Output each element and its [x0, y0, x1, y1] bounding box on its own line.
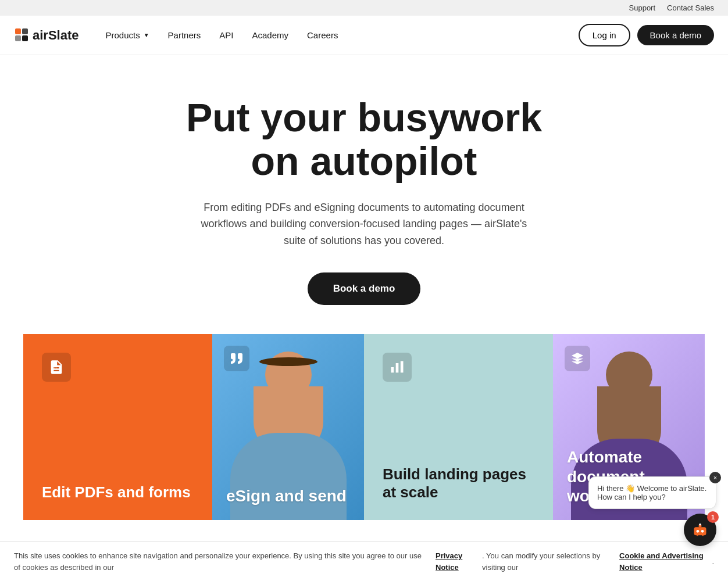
svg-rect-4: [391, 367, 394, 372]
svg-marker-7: [572, 353, 583, 358]
nav-careers[interactable]: Careers: [299, 26, 346, 45]
card-edit-pdfs-title: Edit PDFs and forms: [42, 483, 194, 501]
hero-title: Put your busywork on autopilot: [97, 96, 631, 183]
esign-text: eSign and send: [226, 486, 347, 506]
nav-products[interactable]: Products ▼: [98, 26, 158, 45]
chat-widget: Hi there 👋 Welcome to airSlate. How can …: [588, 476, 716, 520]
layers-icon: [565, 346, 590, 371]
svg-rect-2: [15, 35, 21, 41]
esign-photo: eSign and send: [212, 334, 364, 520]
svg-rect-0: [15, 28, 21, 34]
logo-text: airSlate: [33, 28, 79, 43]
pdf-icon: [42, 353, 71, 382]
logo[interactable]: airSlate: [14, 27, 79, 44]
top-bar: Support Contact Sales: [0, 0, 728, 16]
nav-actions: Log in Book a demo: [579, 24, 714, 46]
book-demo-button-nav[interactable]: Book a demo: [637, 25, 714, 45]
contact-sales-link[interactable]: Contact Sales: [667, 3, 714, 12]
nav-academy[interactable]: Academy: [244, 26, 297, 45]
nav-api[interactable]: API: [211, 26, 241, 45]
pen-icon: [224, 346, 249, 371]
card-esign[interactable]: eSign and send: [212, 334, 364, 520]
svg-rect-5: [396, 363, 399, 372]
card-landing-title: Build landing pages at scale: [383, 465, 534, 501]
svg-rect-3: [22, 35, 28, 41]
book-demo-button-hero[interactable]: Book a demo: [308, 272, 421, 305]
card-landing[interactable]: Build landing pages at scale: [364, 334, 553, 520]
nav-partners[interactable]: Partners: [160, 26, 209, 45]
logo-icon: [14, 27, 30, 44]
support-link[interactable]: Support: [629, 3, 656, 12]
hero-section: Put your busywork on autopilot From edit…: [73, 55, 655, 334]
svg-rect-6: [401, 361, 404, 372]
login-button[interactable]: Log in: [579, 24, 630, 46]
products-chevron-icon: ▼: [144, 32, 149, 38]
card-esign-title: eSign and send: [226, 486, 347, 506]
chat-notification-badge: 1: [707, 511, 719, 520]
navbar: airSlate Products ▼ Partners API Academy…: [0, 16, 728, 55]
chat-close-button[interactable]: ×: [709, 472, 721, 483]
chart-icon: [383, 353, 412, 382]
svg-rect-1: [22, 28, 28, 34]
nav-links: Products ▼ Partners API Academy Careers: [98, 26, 579, 45]
chat-bubble-container: Hi there 👋 Welcome to airSlate. How can …: [588, 476, 716, 509]
hero-subtitle: From editing PDFs and eSigning documents…: [190, 199, 538, 249]
card-edit-pdfs[interactable]: Edit PDFs and forms: [23, 334, 212, 520]
chat-button-container: 1: [684, 514, 716, 520]
chat-greeting-bubble: Hi there 👋 Welcome to airSlate. How can …: [588, 476, 716, 509]
